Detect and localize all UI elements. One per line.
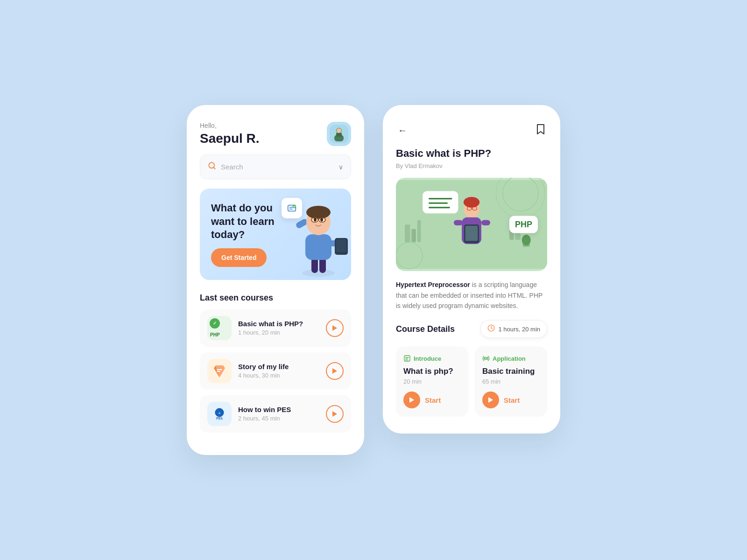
search-icon bbox=[208, 161, 216, 172]
course-item-pes[interactable]: = PES How to win PES 2 hours, 45 min bbox=[200, 395, 351, 433]
course-info-php: Basic what is PHP? 1 hours, 20 min bbox=[238, 320, 326, 336]
greeting-text: Hello, bbox=[200, 122, 260, 129]
svg-point-61 bbox=[522, 235, 531, 245]
clock-icon bbox=[487, 324, 495, 334]
total-duration-badge: 1 hours, 20 min bbox=[480, 320, 547, 338]
php-badge: PHP bbox=[509, 216, 538, 233]
start-row-application: Start bbox=[482, 392, 540, 408]
course-title: Basic what is PHP? bbox=[396, 147, 547, 160]
module-type-introduce: Introduce bbox=[403, 355, 461, 362]
course-item-php[interactable]: ✓ PHP Basic what is PHP? 1 hours, 20 min bbox=[200, 309, 351, 347]
promo-banner: What do you want to learn today? Get Sta… bbox=[200, 189, 351, 280]
svg-text:=: = bbox=[218, 412, 220, 415]
banner-text: What do you want to learn today? bbox=[211, 202, 282, 242]
details-label: Course Details bbox=[396, 324, 455, 334]
svg-rect-42 bbox=[411, 229, 416, 243]
svg-marker-69 bbox=[488, 397, 493, 403]
search-bar[interactable]: Search ∨ bbox=[200, 154, 351, 179]
svg-rect-52 bbox=[481, 220, 490, 225]
avatar bbox=[327, 122, 351, 146]
module-name-application: Basic training bbox=[482, 367, 540, 376]
header-row: Hello, Saepul R. bbox=[200, 122, 351, 146]
description-strong: Hypertext Preprocessor bbox=[396, 281, 470, 288]
course-description: Hypertext Preprocessor is a scripting la… bbox=[396, 280, 547, 311]
module-card-application: Application Basic training 65 min Start bbox=[475, 346, 547, 417]
play-button-php[interactable] bbox=[326, 319, 344, 337]
course-hero-image: PHP bbox=[396, 178, 547, 271]
greeting-section: Hello, Saepul R. bbox=[200, 122, 260, 146]
course-item-story[interactable]: Story of my life 4 hours, 30 min bbox=[200, 352, 351, 390]
svg-rect-44 bbox=[423, 191, 458, 214]
start-label-application[interactable]: Start bbox=[504, 396, 520, 404]
start-row-introduce: Start bbox=[403, 392, 461, 408]
module-name-introduce: What is php? bbox=[403, 367, 461, 376]
user-name: Saepul R. bbox=[200, 131, 260, 146]
course-author: By Vlad Ermakov bbox=[396, 162, 547, 169]
svg-point-3 bbox=[337, 128, 341, 133]
screen2-header: ← bbox=[396, 122, 547, 139]
module-type-label-application: Application bbox=[493, 355, 526, 362]
details-row: Course Details 1 hours, 20 min bbox=[396, 320, 547, 338]
screen2-card: ← Basic what is PHP? By Vlad Ermakov bbox=[383, 105, 560, 434]
svg-point-68 bbox=[485, 357, 487, 359]
screen1-card: Hello, Saepul R. bbox=[187, 105, 364, 455]
svg-rect-43 bbox=[417, 220, 421, 243]
search-placeholder-text: Search bbox=[221, 163, 338, 171]
svg-rect-30 bbox=[217, 371, 220, 372]
svg-point-11 bbox=[302, 269, 335, 277]
svg-rect-29 bbox=[217, 369, 222, 370]
svg-point-24 bbox=[320, 218, 323, 221]
start-play-button-introduce[interactable] bbox=[403, 392, 420, 408]
course-name-story: Story of my life bbox=[238, 363, 326, 371]
play-button-story[interactable] bbox=[326, 362, 344, 380]
course-thumb-php: ✓ PHP bbox=[207, 316, 232, 340]
course-name-php: Basic what is PHP? bbox=[238, 320, 326, 328]
banner-card-icon bbox=[282, 198, 302, 218]
svg-point-23 bbox=[314, 218, 317, 221]
course-duration-story: 4 hours, 30 min bbox=[238, 372, 326, 379]
svg-rect-54 bbox=[465, 226, 478, 241]
svg-point-20 bbox=[306, 206, 331, 219]
svg-rect-41 bbox=[405, 224, 410, 242]
module-duration-application: 65 min bbox=[482, 378, 540, 385]
course-info-pes: How to win PES 2 hours, 45 min bbox=[238, 406, 326, 422]
course-duration-php: 1 hours, 20 min bbox=[238, 329, 326, 336]
start-label-introduce[interactable]: Start bbox=[425, 396, 441, 404]
svg-rect-51 bbox=[454, 220, 463, 225]
module-duration-introduce: 20 min bbox=[403, 378, 461, 385]
svg-marker-36 bbox=[332, 411, 337, 417]
module-card-introduce: Introduce What is php? 20 min Start bbox=[396, 346, 468, 417]
module-type-application: Application bbox=[482, 355, 540, 362]
course-duration-pes: 2 hours, 45 min bbox=[238, 415, 326, 422]
svg-point-49 bbox=[464, 197, 479, 208]
screens-container: Hello, Saepul R. bbox=[187, 105, 560, 455]
get-started-button[interactable]: Get Started bbox=[211, 248, 267, 267]
svg-marker-28 bbox=[332, 325, 337, 331]
svg-text:PES: PES bbox=[216, 417, 223, 420]
module-type-label-introduce: Introduce bbox=[414, 355, 441, 362]
course-name-pes: How to win PES bbox=[238, 406, 326, 413]
back-button[interactable]: ← bbox=[396, 123, 409, 138]
total-duration-text: 1 hours, 20 min bbox=[498, 326, 540, 333]
start-play-button-application[interactable] bbox=[482, 392, 499, 408]
svg-rect-4 bbox=[336, 133, 342, 137]
course-info-story: Story of my life 4 hours, 30 min bbox=[238, 363, 326, 379]
svg-rect-14 bbox=[305, 234, 331, 260]
modules-grid: Introduce What is php? 20 min Start bbox=[396, 346, 547, 417]
dropdown-arrow-icon[interactable]: ∨ bbox=[338, 163, 343, 171]
play-button-pes[interactable] bbox=[326, 405, 344, 423]
last-seen-label: Last seen courses bbox=[200, 293, 351, 303]
svg-rect-18 bbox=[336, 239, 346, 252]
svg-marker-31 bbox=[332, 368, 337, 374]
svg-line-6 bbox=[213, 168, 215, 169]
svg-marker-67 bbox=[409, 397, 414, 403]
bookmark-button[interactable] bbox=[534, 122, 547, 139]
course-thumb-story bbox=[207, 359, 232, 383]
course-thumb-pes: = PES bbox=[207, 402, 232, 426]
